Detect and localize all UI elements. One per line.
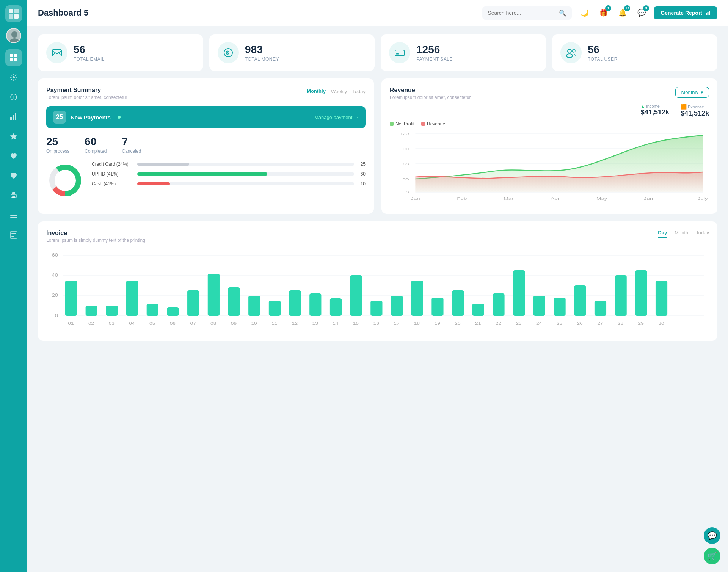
notification-badge: 12 [624,5,630,11]
upi-val: 60 [358,171,366,177]
svg-point-39 [568,49,571,53]
chat-badge: 5 [643,5,649,11]
revenue-monthly-button[interactable]: Monthly ▾ [675,87,709,98]
svg-text:17: 17 [394,321,399,326]
svg-text:0: 0 [406,190,409,194]
sidebar-item-settings[interactable] [5,69,22,86]
search-input[interactable] [488,10,556,16]
svg-rect-77 [208,274,220,316]
email-count: 56 [74,44,105,56]
cart-float-button[interactable]: 🛒 [704,548,720,564]
sidebar-item-chart[interactable] [5,108,22,125]
bar-row-cash: Cash (41%) 10 [92,181,366,186]
svg-rect-3 [14,14,19,19]
sidebar-item-heart2[interactable] [5,168,22,184]
svg-text:11: 11 [271,321,277,326]
svg-rect-9 [10,58,13,61]
svg-rect-36 [395,50,404,56]
on-process-label: On process [46,149,69,154]
svg-text:29: 29 [638,321,644,326]
svg-rect-25 [11,233,16,234]
svg-text:19: 19 [435,321,440,326]
dark-mode-button[interactable]: 🌙 [578,6,592,20]
tab-today[interactable]: Today [352,87,366,96]
bars-section: Credit Card (24%) 25 UPI ID (41%) 60 [92,161,366,199]
invoice-chart: 60 40 20 0 [46,249,709,332]
tab-monthly[interactable]: Monthly [307,87,326,96]
revenue-card: Revenue Lorem ipsum dolor sit amet, cons… [381,78,717,214]
svg-rect-1 [14,9,19,13]
svg-text:40: 40 [52,273,58,277]
svg-rect-99 [656,281,667,316]
svg-text:04: 04 [129,321,135,326]
support-icon: 💬 [708,531,717,540]
svg-text:120: 120 [399,132,409,136]
sidebar-item-star[interactable] [5,128,22,145]
svg-text:06: 06 [170,321,176,326]
tab-month[interactable]: Month [675,230,688,238]
header: Dashboard 5 🔍 🌙 🎁 2 🔔 12 💬 5 Generate Re [27,0,728,26]
svg-text:21: 21 [475,321,481,326]
svg-rect-0 [9,9,13,13]
svg-rect-78 [228,287,240,316]
bar-row-credit: Credit Card (24%) 25 [92,161,366,167]
payment-label: PAYMENT SALE [416,56,453,62]
generate-report-button[interactable]: Generate Report [654,6,717,19]
sidebar-item-print[interactable] [5,187,22,204]
credit-fill [137,163,189,166]
svg-text:12: 12 [292,321,298,326]
income-stat: ▲ Income $41,512k [641,104,669,118]
svg-rect-74 [147,304,158,316]
payment-icon [389,42,410,63]
tab-day[interactable]: Day [658,230,667,238]
tab-weekly[interactable]: Weekly [331,87,347,96]
netprofit-dot [390,122,394,126]
on-process-num: 25 [46,136,69,148]
svg-text:01: 01 [68,321,74,326]
manage-payment-link[interactable]: Manage payment → [314,114,359,120]
sidebar-item-menu[interactable] [5,207,22,224]
svg-rect-98 [635,270,647,316]
cash-fill [137,182,170,185]
sidebar-item-dashboard[interactable] [5,49,22,66]
notification-button[interactable]: 🔔 12 [616,6,629,20]
svg-rect-86 [391,296,403,316]
sidebar-item-info[interactable]: i [5,89,22,105]
svg-text:13: 13 [312,321,318,326]
email-label: TOTAL EMAIL [74,56,105,62]
sidebar-item-heart1[interactable] [5,148,22,165]
bar-row-upi: UPI ID (41%) 60 [92,171,366,177]
svg-rect-85 [370,301,382,316]
support-float-button[interactable]: 💬 [704,527,720,544]
sidebar-logo[interactable] [5,5,22,22]
svg-point-40 [566,54,573,58]
svg-rect-2 [9,14,13,19]
expense-stat: 🟧 Expense $41,512k [681,104,709,118]
svg-rect-30 [709,11,710,15]
page-title: Dashboard 5 [38,8,482,18]
sidebar-item-list[interactable] [5,227,22,243]
svg-text:Mar: Mar [504,197,513,201]
svg-rect-20 [12,196,15,198]
money-label: TOTAL MONEY [245,56,279,62]
svg-rect-87 [411,281,423,316]
credit-label: Credit Card (24%) [92,161,133,167]
cash-label: Cash (41%) [92,181,133,186]
svg-rect-28 [706,13,707,15]
chat-button[interactable]: 💬 5 [635,6,648,20]
svg-text:05: 05 [149,321,155,326]
gift-button[interactable]: 🎁 2 [597,6,610,20]
completed-label: Completed [85,149,107,154]
svg-rect-72 [106,306,118,316]
svg-rect-38 [396,53,399,55]
svg-rect-93 [533,296,545,316]
avatar[interactable] [6,28,21,43]
svg-text:23: 23 [516,321,521,326]
revenue-subtitle: Lorem ipsum dolor sit amet, consectetur [390,95,471,100]
svg-text:20: 20 [52,293,58,298]
tab-today[interactable]: Today [696,230,709,238]
revenue-title: Revenue [390,87,471,94]
svg-text:$: $ [226,50,229,56]
svg-rect-22 [10,215,17,216]
svg-text:20: 20 [455,321,460,326]
